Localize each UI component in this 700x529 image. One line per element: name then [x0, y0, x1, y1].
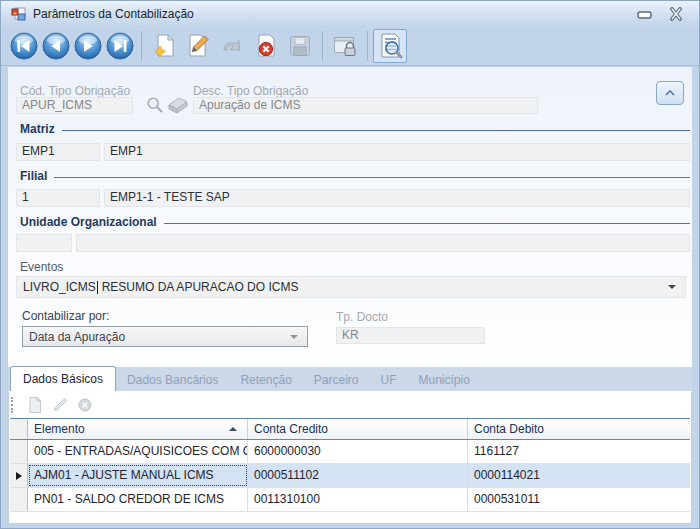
search-icon[interactable] [146, 96, 164, 118]
previous-record-button[interactable] [40, 29, 72, 63]
save-icon [287, 33, 313, 59]
tp-docto-label: Tp. Docto [336, 310, 388, 324]
filial-group-header: Filial [20, 169, 690, 183]
cell-elemento[interactable]: AJM01 - AJUSTE MANUAL ICMS [28, 464, 248, 487]
contabilizar-combobox: Data da Apuração [22, 326, 308, 347]
cell-conta-debito[interactable]: 1161127 [468, 440, 690, 463]
detail-grid: Elemento Conta Credito Conta Debito 005 … [10, 418, 690, 522]
detail-toolbar [11, 393, 97, 417]
grid-corner-cell [10, 419, 28, 439]
tab-parceiro[interactable]: Parceiro [303, 369, 370, 391]
pencil-icon [51, 396, 69, 414]
group-rule [62, 130, 690, 131]
row-indicator-cell [10, 464, 28, 487]
titlebar[interactable]: Parâmetros da Contabilização [1, 1, 699, 27]
grid-row[interactable]: 005 - ENTRADAS/AQUISICOES COM CRE... 600… [10, 440, 690, 464]
matriz-title: Matriz [20, 122, 55, 136]
minimize-button[interactable] [635, 6, 653, 22]
tp-docto-field[interactable]: KR [336, 327, 485, 344]
matriz-group-header: Matriz [20, 122, 690, 136]
group-rule [164, 223, 690, 224]
column-header-conta-debito[interactable]: Conta Debito [468, 419, 690, 439]
detail-new-button [22, 395, 47, 416]
unidade-group-header: Unidade Organizacional [20, 215, 690, 229]
column-label: Elemento [34, 419, 85, 439]
next-record-button[interactable] [72, 29, 104, 63]
form-panel: Cód. Tipo Obrigação APUR_ICMS Desc. Tipo… [8, 67, 692, 524]
save-button [283, 29, 317, 63]
undo-icon [219, 33, 245, 59]
tab-municipio[interactable]: Município [408, 369, 481, 391]
filial-code-field[interactable]: 1 [16, 189, 100, 207]
new-record-button[interactable] [147, 29, 181, 63]
undo-button [215, 29, 249, 63]
preview-icon [376, 32, 404, 60]
filial-title: Filial [20, 169, 47, 183]
matriz-code-field[interactable]: EMP1 [16, 143, 100, 161]
last-record-button[interactable] [104, 29, 136, 63]
desc-tipo-field[interactable]: Apuração de ICMS [193, 97, 538, 114]
eventos-desc: RESUMO DA APURACAO DO ICMS [102, 280, 299, 294]
edit-record-icon [185, 33, 211, 59]
sort-ascending-icon [229, 427, 237, 431]
preview-button[interactable] [373, 29, 407, 63]
close-button[interactable] [667, 6, 685, 22]
tab-dados-bancarios[interactable]: Dados Bancários [116, 369, 229, 391]
column-label: Conta Credito [254, 419, 328, 439]
tabpage-dados-basicos: Elemento Conta Credito Conta Debito 005 … [8, 391, 692, 524]
eventos-code: LIVRO_ICMS [23, 280, 96, 294]
detail-delete-button [72, 395, 97, 416]
cell-conta-credito[interactable]: 0011310100 [248, 488, 468, 511]
toolbar-separator [322, 31, 323, 61]
window-title: Parâmetros da Contabilização [33, 1, 194, 27]
column-label: Conta Debito [474, 419, 544, 439]
edit-record-button[interactable] [181, 29, 215, 63]
detail-edit-button [47, 395, 72, 416]
cod-tipo-label: Cód. Tipo Obrigação [20, 84, 130, 98]
cell-conta-debito[interactable]: 0000531011 [468, 488, 690, 511]
cell-elemento[interactable]: 005 - ENTRADAS/AQUISICOES COM CRE... [28, 440, 248, 463]
main-toolbar [1, 27, 699, 66]
desc-tipo-label: Desc. Tipo Obrigação [193, 84, 308, 98]
cell-conta-debito[interactable]: 0000114021 [468, 464, 690, 487]
dropdown-arrow-icon [290, 335, 298, 339]
column-header-conta-credito[interactable]: Conta Credito [248, 419, 468, 439]
form-icon [11, 6, 27, 22]
text-caret [97, 281, 98, 294]
eventos-label: Eventos [20, 260, 63, 274]
toolbar-grip[interactable] [11, 397, 15, 413]
matriz-name-field[interactable]: EMP1 [104, 143, 690, 161]
dropdown-arrow-icon[interactable] [668, 285, 676, 289]
grid-header-row: Elemento Conta Credito Conta Debito [10, 418, 690, 440]
cod-tipo-field[interactable]: APUR_ICMS [16, 97, 133, 114]
contabilizar-value: Data da Apuração [29, 330, 125, 344]
cell-elemento[interactable]: PN01 - SALDO CREDOR DE ICMS [28, 488, 248, 511]
chevron-up-icon [664, 89, 676, 97]
eventos-combobox[interactable]: LIVRO_ICMS RESUMO DA APURACAO DO ICMS [16, 276, 686, 298]
unidade-name-field[interactable] [76, 234, 690, 252]
lock-button[interactable] [328, 29, 362, 63]
tab-uf[interactable]: UF [370, 369, 408, 391]
cancel-record-button[interactable] [249, 29, 283, 63]
tab-dados-basicos[interactable]: Dados Básicos [10, 366, 116, 391]
row-indicator-cell [10, 440, 28, 463]
row-indicator-cell [10, 488, 28, 511]
tab-retencao[interactable]: Retenção [229, 369, 302, 391]
filial-name-field[interactable]: EMP1-1 - TESTE SAP [104, 189, 690, 207]
toolbar-separator [367, 31, 368, 61]
unidade-code-field[interactable] [16, 234, 72, 252]
new-page-icon [26, 396, 44, 414]
cell-conta-credito[interactable]: 6000000030 [248, 440, 468, 463]
collapse-panel-button[interactable] [656, 81, 684, 105]
column-header-elemento[interactable]: Elemento [28, 419, 248, 439]
grid-row[interactable]: PN01 - SALDO CREDOR DE ICMS 0011310100 0… [10, 488, 690, 512]
contabilizar-label: Contabilizar por: [22, 309, 109, 323]
grid-row-selected[interactable]: AJM01 - AJUSTE MANUAL ICMS 0000511102 00… [10, 464, 690, 488]
tabstrip: Dados Básicos Dados Bancários Retenção P… [8, 367, 692, 391]
app-window: Parâmetros da Contabilização [0, 0, 700, 529]
toolbar-separator [141, 31, 142, 61]
first-record-button[interactable] [8, 29, 40, 63]
cancel-record-icon [253, 33, 279, 59]
cell-conta-credito[interactable]: 0000511102 [248, 464, 468, 487]
eraser-icon[interactable] [166, 96, 190, 119]
